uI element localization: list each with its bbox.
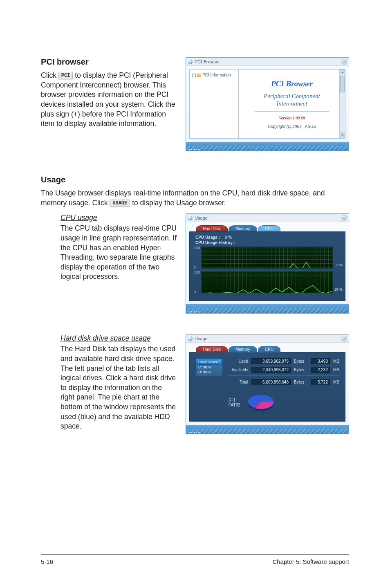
cpu-current-value: 15 % bbox=[334, 287, 343, 292]
pie-chart-row: [C:] FAT32 bbox=[229, 391, 339, 413]
pie-drive-label: [C:] bbox=[229, 397, 240, 402]
window-title: PCI Browser bbox=[195, 59, 220, 64]
stat-label: Total bbox=[229, 380, 248, 384]
text-fragment: to display the PCI (Peripheral Component… bbox=[41, 71, 175, 128]
tab-memory[interactable]: Memory bbox=[229, 346, 257, 352]
cpu-history-label: CPU Usage History : bbox=[195, 240, 333, 245]
drive-item-d[interactable]: D: 99 % bbox=[196, 370, 222, 375]
y-axis-label: 0 bbox=[194, 290, 196, 294]
usage-button-icon[interactable]: USAGE bbox=[110, 200, 130, 207]
stat-mb: 5,722 bbox=[311, 379, 330, 385]
pci-button-icon[interactable]: PCI bbox=[58, 72, 73, 79]
line-chart-icon bbox=[202, 272, 332, 293]
window-title: Usage bbox=[195, 215, 208, 220]
stat-bytes: 3,659,902,976 bbox=[251, 358, 291, 364]
pci-browser-section: PCI browser Click PCI to display the PCI… bbox=[41, 57, 349, 151]
pci-version: Version 1.00.00 bbox=[279, 116, 305, 120]
usage-section: Usage The Usage browser displays real-ti… bbox=[41, 175, 349, 434]
cpu-graph-2: 100 0 15 % bbox=[195, 271, 333, 293]
scroll-up-icon[interactable] bbox=[340, 70, 345, 75]
window-titlebar[interactable]: Usage bbox=[186, 334, 349, 343]
text-fragment: Peripheral Component bbox=[264, 93, 320, 99]
drive-list: Local Drive(s) C: 38 % D: 99 % bbox=[195, 358, 223, 377]
window-footer bbox=[186, 304, 349, 313]
folder-icon bbox=[197, 74, 201, 77]
text-fragment: Click bbox=[41, 71, 58, 79]
stat-mb: 3,490 bbox=[311, 358, 330, 364]
stat-unit: MB bbox=[333, 380, 339, 384]
page-footer: 5-16 Chapter 5: Software support bbox=[41, 554, 349, 565]
stat-unit: MB bbox=[333, 368, 339, 372]
pci-tree-item[interactable]: +PCI Information bbox=[192, 73, 236, 77]
globe-icon bbox=[188, 215, 193, 220]
tab-cpu[interactable]: CPU bbox=[258, 225, 280, 232]
cpu-usage-value: 9 % bbox=[225, 235, 232, 240]
pci-title: PCI Browser bbox=[271, 79, 313, 88]
stat-label: Available bbox=[229, 368, 248, 372]
cpu-graph-1: 100 0 3 % bbox=[195, 247, 333, 269]
pci-tree-pane: +PCI Information bbox=[190, 70, 239, 138]
scroll-thumb[interactable] bbox=[340, 76, 345, 92]
pci-subtitle: Peripheral Component Interconnect bbox=[264, 92, 320, 107]
tab-cpu[interactable]: CPU bbox=[258, 346, 280, 352]
divider bbox=[229, 375, 339, 376]
cpu-usage-label: CPU Usage : bbox=[195, 235, 220, 240]
stat-unit: Bytes bbox=[294, 368, 308, 372]
stat-unit: Bytes bbox=[294, 359, 308, 364]
stat-bytes: 6,000,898,048 bbox=[251, 379, 291, 385]
window-titlebar[interactable]: Usage bbox=[186, 214, 349, 222]
close-icon[interactable] bbox=[341, 336, 347, 341]
tab-hard-disk[interactable]: Hard Disk bbox=[196, 346, 228, 352]
line-chart-icon bbox=[202, 247, 332, 269]
tab-memory[interactable]: Memory bbox=[229, 225, 257, 232]
pie-labels: [C:] FAT32 bbox=[229, 397, 240, 408]
scroll-down-icon[interactable] bbox=[340, 132, 345, 138]
close-icon[interactable] bbox=[341, 215, 347, 221]
y-axis-label: 100 bbox=[194, 270, 200, 274]
stat-unit: Bytes bbox=[294, 380, 308, 384]
usage-tabs: Hard Disk Memory CPU bbox=[189, 346, 345, 352]
globe-icon bbox=[188, 336, 193, 341]
usage-paragraph: The Usage browser displays real-time inf… bbox=[41, 189, 349, 208]
y-axis-label: 0 bbox=[194, 265, 196, 269]
stat-available-row: Available 2,340,995,072 Bytes 2,232 MB bbox=[229, 367, 339, 373]
tab-hard-disk[interactable]: Hard Disk bbox=[196, 225, 228, 232]
y-axis-label: 100 bbox=[194, 246, 200, 250]
text-fragment: Interconnect bbox=[276, 100, 307, 107]
pie-chart-icon bbox=[244, 391, 277, 413]
window-titlebar[interactable]: PCI Browser bbox=[186, 58, 349, 66]
pci-tree-label: PCI Information bbox=[202, 73, 231, 77]
expand-icon[interactable]: + bbox=[192, 74, 196, 77]
hdd-usage-text: The Hard Disk tab displays the used and … bbox=[61, 344, 177, 431]
hdd-usage-window: Usage Hard Disk Memory CPU Local Drive(s… bbox=[186, 334, 349, 434]
cpu-usage-subhead: CPU usage bbox=[61, 213, 177, 222]
hdd-usage-subhead: Hard disk drive space usage bbox=[61, 334, 177, 343]
close-icon[interactable] bbox=[341, 59, 347, 65]
cpu-usage-text: The CPU tab displays real-time CPU usage… bbox=[61, 224, 177, 282]
stat-unit: MB bbox=[333, 359, 339, 364]
stat-mb: 2,232 bbox=[311, 367, 330, 373]
cpu-current-value: 3 % bbox=[336, 263, 343, 267]
chapter-title: Chapter 5: Software support bbox=[272, 558, 349, 565]
cpu-usage-window: Usage Hard Disk Memory CPU CPU Usage : 9… bbox=[186, 213, 349, 314]
stat-label: Used bbox=[229, 359, 248, 364]
usage-tabs: Hard Disk Memory CPU bbox=[189, 225, 345, 232]
pci-copyright: Copyright (c) 2004 , ASUS bbox=[268, 124, 316, 129]
scrollbar[interactable] bbox=[339, 70, 345, 138]
cpu-usage-panel: CPU Usage : 9 % CPU Usage History : 100 … bbox=[189, 231, 345, 301]
scroll-track[interactable] bbox=[340, 75, 345, 132]
pie-fs-label: FAT32 bbox=[229, 402, 240, 408]
globe-icon bbox=[188, 59, 193, 64]
pci-browser-heading: PCI browser bbox=[41, 57, 177, 67]
window-title: Usage bbox=[195, 336, 208, 341]
pci-info-pane: PCI Browser Peripheral Component Interco… bbox=[239, 70, 345, 138]
window-footer bbox=[186, 142, 349, 151]
window-footer bbox=[186, 425, 349, 434]
pci-browser-paragraph: Click PCI to display the PCI (Peripheral… bbox=[41, 71, 177, 129]
hdd-usage-panel: Local Drive(s) C: 38 % D: 99 % Used 3,65… bbox=[189, 352, 345, 422]
stat-bytes: 2,340,995,072 bbox=[251, 367, 291, 373]
stat-total-row: Total 6,000,898,048 Bytes 5,722 MB bbox=[229, 379, 339, 385]
text-fragment: to display the Usage browser. bbox=[132, 199, 226, 207]
drive-item-c[interactable]: C: 38 % bbox=[196, 365, 222, 370]
hdd-stats-pane: Used 3,659,902,976 Bytes 3,490 MB Availa… bbox=[229, 358, 339, 415]
